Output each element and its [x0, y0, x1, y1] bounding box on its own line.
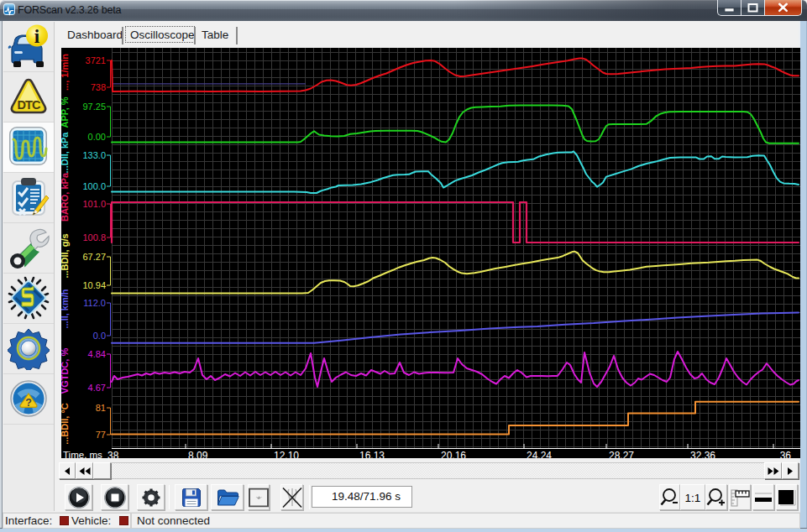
svg-text:4.67: 4.67 — [88, 383, 106, 393]
svg-text:VGTDC, %: VGTDC, % — [61, 348, 70, 394]
svg-text:738: 738 — [91, 82, 106, 92]
svg-text:8.09: 8.09 — [188, 450, 208, 458]
svg-text:81: 81 — [96, 403, 106, 413]
svg-text:Time, ms: Time, ms — [63, 450, 102, 458]
svg-text:...II, km/h: ...II, km/h — [61, 289, 70, 328]
svg-text:1:1: 1:1 — [685, 492, 701, 504]
svg-text:67.27: 67.27 — [82, 252, 106, 262]
svg-text:133.0: 133.0 — [82, 150, 106, 160]
svg-text:77: 77 — [96, 430, 106, 440]
svg-text:?: ? — [25, 397, 32, 409]
svg-text:0.00: 0.00 — [88, 132, 106, 142]
svg-text:10.94: 10.94 — [82, 280, 106, 290]
svg-text:112.0: 112.0 — [83, 298, 106, 308]
svg-text:97.25: 97.25 — [82, 102, 106, 112]
svg-text:100.8: 100.8 — [82, 232, 106, 243]
svg-text:16.13: 16.13 — [359, 450, 385, 458]
svg-text:3721: 3721 — [86, 55, 106, 65]
svg-text:38: 38 — [107, 450, 119, 458]
svg-text:32.36: 32.36 — [690, 450, 715, 458]
svg-text:i: i — [34, 26, 40, 47]
svg-text:0.0: 0.0 — [93, 331, 106, 341]
svg-text:28.27: 28.27 — [609, 450, 634, 458]
svg-text:APP, %: APP, % — [61, 96, 70, 128]
svg-text:4.84: 4.84 — [88, 349, 106, 359]
svg-text:BARO, kPa: BARO, kPa — [61, 172, 70, 222]
svg-text:...BDII, g/s: ...BDII, g/s — [61, 233, 70, 278]
svg-text:...DII, kPa: ...DII, kPa — [61, 132, 70, 174]
svg-text:12.10: 12.10 — [274, 450, 299, 458]
svg-text:..., 1/min: ..., 1/min — [61, 54, 70, 91]
svg-text:24.24: 24.24 — [527, 450, 552, 458]
svg-text:101.0: 101.0 — [82, 199, 106, 209]
svg-text:...BDII, °C: ...BDII, °C — [61, 403, 70, 445]
svg-text:100.0: 100.0 — [82, 181, 106, 191]
svg-text:DTC: DTC — [18, 98, 41, 112]
svg-text:36: 36 — [780, 450, 792, 458]
svg-text:20.16: 20.16 — [441, 450, 466, 458]
